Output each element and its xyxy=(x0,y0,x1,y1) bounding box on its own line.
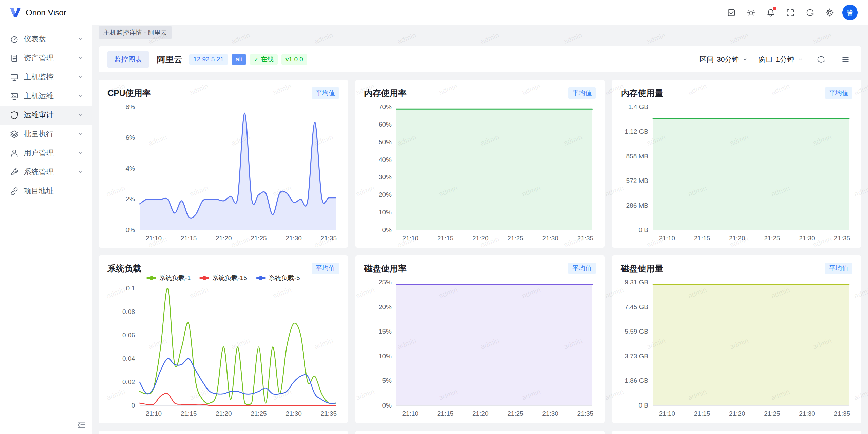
sidebar-item-project-link[interactable]: 项目地址 xyxy=(0,182,92,201)
average-badge: 平均值 xyxy=(312,263,339,274)
y-tick-label: 0.08 xyxy=(122,308,135,315)
refresh-charts-button[interactable] xyxy=(814,52,828,67)
legend-marker xyxy=(199,277,209,279)
legend-marker xyxy=(146,277,156,279)
sun-button[interactable] xyxy=(743,5,759,20)
x-tick-label: 21:10 xyxy=(659,410,675,417)
notification-dot xyxy=(773,7,776,10)
chevron-down-icon xyxy=(77,55,84,61)
chevron-down-icon xyxy=(77,150,84,156)
x-tick-label: 21:20 xyxy=(216,410,232,417)
legend-marker xyxy=(256,277,266,279)
chart-mem-usage[interactable]: 0 B286 MB572 MB858 MB1.12 GB1.4 GB21:102… xyxy=(621,101,852,243)
chart-title: CPU使用率 xyxy=(107,88,151,99)
gear-button[interactable] xyxy=(822,5,837,20)
chart-card-mem-rate: 内存使用率 平均值 0%10%20%30%40%50%60%70%21:1021… xyxy=(355,80,605,248)
monitor-chart-button[interactable]: 监控图表 xyxy=(107,51,149,68)
sidebar-item-system-mgmt[interactable]: 系统管理 xyxy=(0,163,92,182)
sidebar-item-label: 用户管理 xyxy=(24,148,77,158)
chart-card-system-load: 系统负载 平均值 00.020.040.060.080.121:1021:152… xyxy=(99,255,348,423)
sidebar-item-user-mgmt[interactable]: 用户管理 xyxy=(0,144,92,163)
series-area xyxy=(140,113,336,230)
breadcrumb[interactable]: 主机监控详情 - 阿里云 xyxy=(99,26,172,39)
chevron-down-icon xyxy=(77,74,84,80)
chart-svg-mem-usage: 0 B286 MB572 MB858 MB1.12 GB1.4 GB21:102… xyxy=(621,101,852,243)
x-tick-label: 21:10 xyxy=(402,410,418,417)
sidebar-item-host-ops[interactable]: 主机运维 xyxy=(0,87,92,106)
user-avatar[interactable]: 管 xyxy=(842,5,858,20)
window-select[interactable]: 窗口 1分钟 xyxy=(758,55,804,64)
chevron-down-icon xyxy=(77,112,84,118)
window-label: 窗口 xyxy=(758,55,773,64)
legend-item[interactable]: 系统负载-5 xyxy=(256,273,300,282)
x-tick-label: 21:10 xyxy=(145,234,162,242)
x-tick-label: 21:30 xyxy=(542,234,558,242)
y-tick-label: 4% xyxy=(126,165,135,172)
chart-system-load[interactable]: 00.020.040.060.080.121:1021:1521:2021:25… xyxy=(107,276,339,418)
chart-card-partial xyxy=(612,431,861,434)
link-icon xyxy=(9,187,19,196)
x-tick-label: 21:15 xyxy=(437,410,454,417)
sidebar-item-label: 主机运维 xyxy=(24,91,77,101)
chart-svg-disk-rate: 0%5%10%15%20%25%21:1021:1521:2021:2521:3… xyxy=(364,276,596,418)
y-tick-label: 25% xyxy=(379,279,392,286)
sidebar-collapse-button[interactable] xyxy=(77,420,87,430)
x-tick-label: 21:15 xyxy=(181,234,197,242)
x-tick-label: 21:30 xyxy=(799,410,815,417)
chart-layout-button[interactable] xyxy=(838,52,852,67)
y-tick-label: 8% xyxy=(126,103,135,110)
check-square-icon xyxy=(727,8,736,17)
legend-label: 系统负载-5 xyxy=(269,273,300,282)
toolbar: 监控图表 阿里云 12.92.5.21ali✓在线v1.0.0 区间 30分钟 … xyxy=(99,46,861,72)
interval-value: 30分钟 xyxy=(717,55,739,64)
sidebar-item-dashboard[interactable]: 仪表盘 xyxy=(0,30,92,49)
avatar-text: 管 xyxy=(847,8,854,17)
chart-mem-rate[interactable]: 0%10%20%30%40%50%60%70%21:1021:1521:2021… xyxy=(364,101,596,243)
y-tick-label: 3.73 GB xyxy=(625,353,648,360)
x-tick-label: 21:25 xyxy=(251,410,267,417)
chart-title: 内存使用率 xyxy=(364,88,407,99)
chart-card-disk-usage: 磁盘使用量 平均值 0 B1.86 GB3.73 GB5.59 GB7.45 G… xyxy=(612,255,861,423)
legend-item[interactable]: 系统负载-15 xyxy=(199,273,247,282)
x-tick-label: 21:30 xyxy=(799,234,815,242)
x-tick-label: 21:30 xyxy=(285,410,302,417)
legend-item[interactable]: 系统负载-1 xyxy=(146,273,191,282)
series-area xyxy=(396,109,592,230)
y-tick-label: 0% xyxy=(382,226,392,233)
sidebar-menu: 仪表盘资产管理主机监控主机运维运维审计批量执行用户管理系统管理项目地址 xyxy=(0,25,92,201)
app-header: Orion Visor 管 xyxy=(0,0,868,25)
window-value: 1分钟 xyxy=(776,55,794,64)
chart-disk-usage[interactable]: 0 B1.86 GB3.73 GB5.59 GB7.45 GB9.31 GB21… xyxy=(621,276,852,418)
fullscreen-icon xyxy=(786,8,795,17)
x-tick-label: 21:15 xyxy=(437,234,454,242)
chart-disk-rate[interactable]: 0%5%10%15%20%25%21:1021:1521:2021:2521:3… xyxy=(364,276,596,418)
bell-button[interactable] xyxy=(763,5,778,20)
host-tag: ali xyxy=(232,54,246,65)
host-tag: ✓在线 xyxy=(250,54,278,65)
x-tick-label: 21:30 xyxy=(285,234,302,242)
fullscreen-button[interactable] xyxy=(783,5,798,20)
check-square-button[interactable] xyxy=(724,5,739,20)
chart-cpu-usage[interactable]: 0%2%4%6%8%21:1021:1521:2021:2521:3021:35 xyxy=(107,101,339,243)
sidebar-item-host-monitor[interactable]: 主机监控 xyxy=(0,68,92,87)
sidebar-item-ops-audit[interactable]: 运维审计 xyxy=(0,106,92,125)
y-tick-label: 0.1 xyxy=(126,285,135,292)
x-tick-label: 21:35 xyxy=(834,234,850,242)
average-badge: 平均值 xyxy=(825,263,852,274)
breadcrumb-bar: 主机监控详情 - 阿里云 xyxy=(92,25,868,40)
y-tick-label: 1.12 GB xyxy=(625,128,648,135)
y-tick-label: 858 MB xyxy=(626,153,648,160)
chevron-down-icon xyxy=(797,56,804,63)
sidebar-item-assets[interactable]: 资产管理 xyxy=(0,49,92,68)
y-tick-label: 0.04 xyxy=(122,355,135,362)
sidebar-item-batch-exec[interactable]: 批量执行 xyxy=(0,125,92,144)
y-tick-label: 20% xyxy=(379,303,392,310)
y-tick-label: 7.45 GB xyxy=(625,303,648,310)
sidebar: 仪表盘资产管理主机监控主机运维运维审计批量执行用户管理系统管理项目地址 xyxy=(0,25,92,434)
refresh-button[interactable] xyxy=(802,5,818,20)
series-line xyxy=(140,359,336,403)
interval-select[interactable]: 区间 30分钟 xyxy=(699,55,748,64)
chevron-down-icon xyxy=(77,131,84,137)
chart-legend: 系统负载-1系统负载-15系统负载-5 xyxy=(107,273,339,282)
chevron-down-icon xyxy=(77,93,84,99)
